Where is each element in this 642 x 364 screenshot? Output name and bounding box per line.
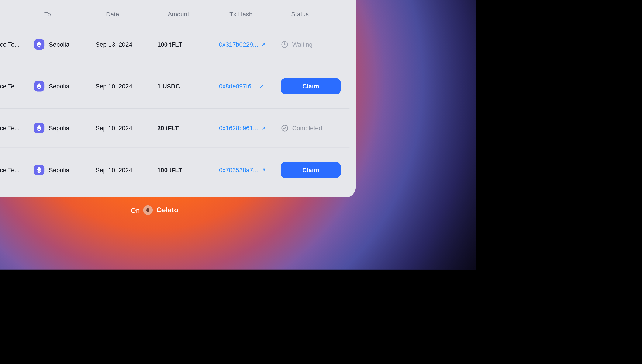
tx-hash-text: 0x703538a7... bbox=[219, 166, 258, 174]
tx-hash-text: 0x1628b961... bbox=[219, 124, 258, 132]
footer: On Gelato bbox=[0, 205, 476, 215]
to-cell: Sepolia bbox=[34, 81, 96, 92]
to-cell: Sepolia bbox=[34, 164, 96, 175]
tx-hash-link[interactable]: 0x1628b961... bbox=[219, 124, 281, 132]
from-chain-label: Fluence Te... bbox=[0, 166, 20, 174]
col-amount: Amount bbox=[168, 10, 229, 18]
footer-provider: Gelato bbox=[156, 206, 178, 214]
ethereum-chain-icon bbox=[34, 81, 44, 92]
to-chain-label: Sepolia bbox=[49, 41, 69, 48]
from-chain-label: Fluence Te... bbox=[0, 124, 20, 132]
tx-hash-text: 0x8de897f6... bbox=[219, 83, 256, 90]
date-cell: Sep 10, 2024 bbox=[96, 166, 157, 174]
amount-cell: 100 tFLT bbox=[157, 41, 219, 48]
from-chain-label: Fluence Te... bbox=[0, 41, 20, 48]
to-cell: Sepolia bbox=[34, 39, 96, 50]
claim-button[interactable]: Claim bbox=[281, 162, 341, 178]
from-cell: Fluence Te... bbox=[0, 123, 34, 134]
withdrawals-card: Withdrawals history From To Date Amount … bbox=[0, 0, 356, 197]
claim-button[interactable]: Claim bbox=[281, 78, 341, 94]
to-cell: Sepolia bbox=[34, 123, 96, 134]
col-to: To bbox=[44, 10, 106, 18]
date-cell: Sep 10, 2024 bbox=[96, 83, 157, 90]
tx-hash-link[interactable]: 0x8de897f6... bbox=[219, 83, 281, 90]
clock-icon bbox=[281, 40, 288, 48]
svg-point-11 bbox=[282, 125, 288, 131]
tx-hash-text: 0x317b0229... bbox=[219, 41, 258, 48]
col-from: From bbox=[0, 10, 44, 18]
col-status: Status bbox=[291, 10, 339, 18]
from-cell: Fluence Te... bbox=[0, 81, 34, 92]
col-txhash: Tx Hash bbox=[229, 10, 291, 18]
amount-cell: 100 tFLT bbox=[157, 166, 219, 174]
table-row: Fluence Te...SepoliaSep 10, 2024100 tFLT… bbox=[0, 148, 350, 185]
footer-on: On bbox=[131, 206, 140, 214]
table-body[interactable]: Fluence Te...SepoliaSep 13, 2024100 tFLT… bbox=[0, 25, 354, 185]
from-cell: Fluence Te... bbox=[0, 164, 34, 175]
table-header: From To Date Amount Tx Hash Status bbox=[0, 10, 345, 25]
date-cell: Sep 10, 2024 bbox=[96, 124, 157, 132]
from-cell: Fluence Te... bbox=[0, 39, 34, 50]
table-row: Fluence Te...SepoliaSep 10, 202420 tFLT0… bbox=[0, 109, 350, 148]
date-cell: Sep 13, 2024 bbox=[96, 41, 157, 48]
table-row: Fluence Te...SepoliaSep 10, 20241 USDC0x… bbox=[0, 64, 350, 109]
ethereum-chain-icon bbox=[34, 123, 44, 134]
gelato-icon bbox=[143, 205, 153, 215]
amount-cell: 20 tFLT bbox=[157, 124, 219, 132]
tx-hash-link[interactable]: 0x703538a7... bbox=[219, 166, 281, 174]
to-chain-label: Sepolia bbox=[49, 124, 69, 132]
from-chain-label: Fluence Te... bbox=[0, 83, 20, 90]
external-link-icon bbox=[259, 84, 264, 89]
tx-hash-link[interactable]: 0x317b0229... bbox=[219, 41, 281, 48]
status-text: Completed bbox=[292, 124, 322, 132]
check-circle-icon bbox=[281, 124, 288, 132]
ethereum-chain-icon bbox=[34, 164, 44, 175]
to-chain-label: Sepolia bbox=[49, 83, 69, 90]
ethereum-chain-icon bbox=[34, 39, 44, 50]
to-chain-label: Sepolia bbox=[49, 166, 69, 174]
status-text: Waiting bbox=[292, 41, 312, 48]
external-link-icon bbox=[261, 126, 266, 131]
amount-cell: 1 USDC bbox=[157, 83, 219, 90]
table-row: Fluence Te...SepoliaSep 13, 2024100 tFLT… bbox=[0, 25, 350, 64]
external-link-icon bbox=[261, 42, 266, 47]
external-link-icon bbox=[261, 167, 266, 173]
col-date: Date bbox=[106, 10, 168, 18]
